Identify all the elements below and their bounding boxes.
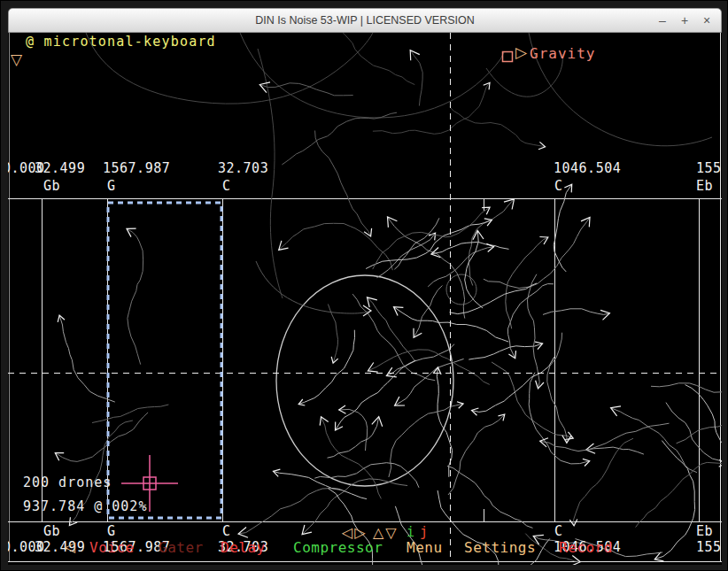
- note-label: Gb: [43, 525, 60, 538]
- menu-item-compressor[interactable]: Compressor: [293, 541, 383, 555]
- note-label: Gb: [43, 180, 60, 193]
- freq-label: 1567.987: [103, 162, 170, 175]
- menu-item-record[interactable]: Record: [559, 541, 613, 555]
- din-canvas[interactable]: @ microtonal-keyboard ▽ ▷ Gravity 0.000 …: [8, 33, 722, 565]
- maximize-button[interactable]: +: [678, 13, 692, 27]
- gravity-play-icon[interactable]: ▷: [515, 45, 527, 60]
- window-controls: – + ×: [655, 9, 714, 32]
- crosshair-guides: [8, 33, 722, 561]
- menu-item-menu[interactable]: Menu: [407, 541, 443, 555]
- freq-label: 155: [696, 162, 722, 175]
- note-label: G: [107, 180, 116, 193]
- note-label: G: [107, 525, 116, 538]
- note-label: C: [554, 180, 563, 193]
- keyboard-grid: [8, 33, 722, 561]
- freq-label: 1046.504: [554, 162, 621, 175]
- note-label: Eb: [696, 525, 713, 538]
- keyboard-selection-rect: [108, 203, 221, 518]
- minimize-button[interactable]: –: [655, 13, 670, 27]
- app-window: DIN Is Noise 53-WIP | LICENSED VERSION –…: [0, 0, 728, 571]
- menu-item-voice[interactable]: Voice: [89, 541, 135, 555]
- freq-label: 32.499: [35, 162, 85, 175]
- note-label: C: [222, 180, 231, 193]
- window-frame-bottom: [1, 565, 728, 571]
- octave-shift-up-down-icons[interactable]: △▽: [373, 526, 399, 540]
- menu-item-gater[interactable]: Gater: [159, 541, 204, 555]
- menu-item-settings[interactable]: Settings: [464, 541, 536, 555]
- close-button[interactable]: ×: [700, 13, 714, 27]
- gravity-toggle[interactable]: Gravity: [530, 47, 595, 61]
- drone-trails: [55, 33, 722, 565]
- key-j-button[interactable]: j: [420, 526, 428, 539]
- dim-trail-arrow: [256, 261, 371, 316]
- note-label: Eb: [696, 180, 713, 193]
- octave-shift-left-right-icons[interactable]: ◁▷: [342, 526, 368, 540]
- octave-left-icon[interactable]: ◁: [65, 540, 75, 554]
- drone-count: 200 drones: [23, 476, 112, 490]
- note-label: C: [222, 525, 231, 538]
- window-title: DIN Is Noise 53-WIP | LICENSED VERSION: [255, 14, 475, 27]
- key-i-button[interactable]: i: [407, 526, 414, 539]
- menu-item-delay[interactable]: Delay: [221, 541, 266, 555]
- frequency-readout: 937.784 @ 002%: [23, 500, 147, 513]
- gravity-checkbox-icon[interactable]: [503, 52, 513, 62]
- nav-down-triangle-icon[interactable]: ▽: [11, 52, 22, 67]
- titlebar[interactable]: DIN Is Noise 53-WIP | LICENSED VERSION –…: [8, 8, 722, 33]
- freq-label: 32.499: [35, 541, 85, 554]
- editor-title: @ microtonal-keyboard: [26, 35, 216, 49]
- drone-canvas-graphics: [8, 33, 722, 565]
- freq-label: 155: [696, 541, 722, 554]
- note-label: C: [554, 525, 563, 538]
- freq-label: 32.703: [218, 162, 268, 175]
